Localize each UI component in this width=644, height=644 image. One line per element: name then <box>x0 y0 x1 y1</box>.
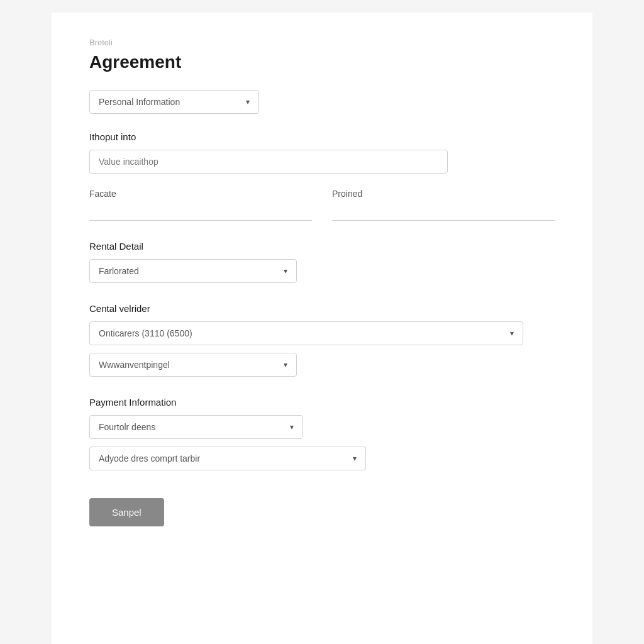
personal-info-dropdown-label: Personal Information <box>99 97 180 107</box>
proined-input[interactable] <box>332 203 555 221</box>
payment-info-label: Payment Information <box>89 397 555 408</box>
page-container: Breteli Agreement Personal Information ▾… <box>52 13 592 644</box>
payment-dropdown-2[interactable]: Adyode dres comprt tarbir ▾ <box>89 447 366 470</box>
chevron-down-icon: ▾ <box>284 267 287 275</box>
personal-info-section: Personal Information ▾ <box>89 90 555 114</box>
personal-info-dropdown[interactable]: Personal Information ▾ <box>89 90 259 114</box>
name-row: Facate Proined <box>89 189 555 221</box>
rental-detail-label: Rental Detail <box>89 241 555 252</box>
central-velrider-label: Cental velrider <box>89 303 555 314</box>
page-title: Agreement <box>89 52 555 72</box>
central-velrider-wide-value: Onticarers (3110 (6500) <box>99 328 192 338</box>
input-section: Ithoput into <box>89 131 555 174</box>
rental-detail-section: Rental Detail Farlorated ▾ <box>89 241 555 283</box>
rental-detail-value: Farlorated <box>99 266 139 276</box>
proined-label: Proined <box>332 189 555 199</box>
name-row-section: Facate Proined <box>89 189 555 221</box>
breadcrumb: Breteli <box>89 38 555 47</box>
chevron-down-icon: ▾ <box>353 454 357 463</box>
central-velrider-medium-dropdown[interactable]: Wwwanventpingel ▾ <box>89 353 297 377</box>
value-input[interactable] <box>89 150 448 174</box>
central-velrider-medium-value: Wwwanventpingel <box>99 360 170 370</box>
payment-dropdown-2-value: Adyode dres comprt tarbir <box>99 453 200 464</box>
chevron-down-icon: ▾ <box>246 97 250 106</box>
chevron-down-icon: ▾ <box>290 423 294 431</box>
facate-label: Facate <box>89 189 312 199</box>
central-velrider-section: Cental velrider Onticarers (3110 (6500) … <box>89 303 555 377</box>
proined-col: Proined <box>332 189 555 221</box>
submit-button[interactable]: Sanpel <box>89 498 164 526</box>
payment-dropdown-1[interactable]: Fourtolr deens ▾ <box>89 415 303 439</box>
payment-info-section: Payment Information Fourtolr deens ▾ Ady… <box>89 397 555 470</box>
payment-dropdown-1-value: Fourtolr deens <box>99 422 155 432</box>
input-section-label: Ithoput into <box>89 131 555 142</box>
facate-col: Facate <box>89 189 312 221</box>
rental-detail-dropdown[interactable]: Farlorated ▾ <box>89 259 297 283</box>
central-velrider-wide-dropdown[interactable]: Onticarers (3110 (6500) ▾ <box>89 321 523 345</box>
chevron-down-icon: ▾ <box>510 329 514 338</box>
chevron-down-icon: ▾ <box>284 360 287 369</box>
facate-input[interactable] <box>89 203 312 221</box>
